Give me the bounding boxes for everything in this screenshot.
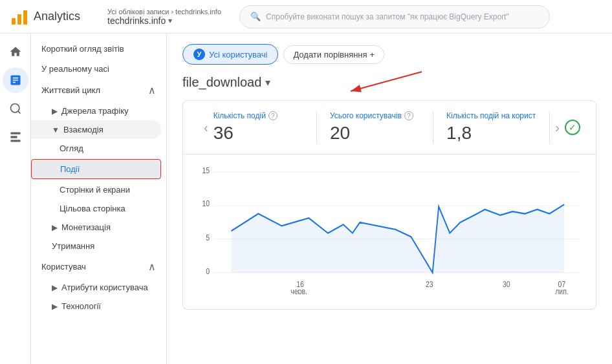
metric-total-users-label: Усього користувачів [330, 111, 402, 120]
svg-text:лип.: лип. [555, 287, 568, 294]
add-comparison-button[interactable]: Додати порівняння + [283, 45, 384, 64]
sidebar-icon-advertising[interactable] [3, 124, 28, 150]
svg-rect-2 [23, 10, 27, 25]
sidebar-item-label: Огляд [60, 144, 83, 153]
breadcrumb-dropdown-icon[interactable]: ▾ [168, 16, 172, 25]
metric-total-users-value: 20 [330, 123, 420, 144]
metric-events-per-user: Кількість подій на корист 1,8 [433, 111, 550, 144]
search-area: 🔍 Спробуйте виконати пошук за запитом "я… [239, 5, 602, 28]
breadcrumb-site[interactable]: techdrinks.info ▾ [107, 16, 221, 26]
metric-settings-button[interactable]: ✓ [565, 120, 580, 135]
app-title: Analytics [34, 10, 80, 23]
sidebar-item-label: Технології [61, 301, 101, 311]
sidebar-section-label: Користувач [41, 262, 86, 272]
logo-area: Analytics [10, 8, 94, 26]
svg-text:0: 0 [206, 267, 210, 275]
sidebar-item-target-page[interactable]: Цільова сторінка [31, 199, 161, 218]
segment-bar: У Усі користувачі Додати порівняння + [182, 44, 596, 65]
breadcrumb: Усі облікові записи › techdrinks.info te… [107, 8, 221, 26]
sidebar-icons [0, 34, 31, 364]
metric-help-icon-2[interactable]: ? [404, 111, 413, 120]
expand-icon: ▶ [52, 223, 58, 232]
expand-icon: ▼ [52, 125, 60, 134]
sidebar-item-overview[interactable]: Огляд [31, 139, 161, 158]
event-selector-area: file_download ▾ [182, 75, 596, 90]
sidebar-item-monetization[interactable]: ▶ Монетизація [31, 218, 161, 237]
metric-help-icon[interactable]: ? [268, 111, 278, 120]
breadcrumb-top: Усі облікові записи › techdrinks.info [107, 8, 221, 16]
sidebar-item-traffic-sources[interactable]: ▶ Джерела трафіку [31, 102, 161, 120]
sidebar-item-label: Події [60, 164, 80, 174]
svg-text:30: 30 [503, 280, 510, 288]
event-dropdown-icon: ▾ [265, 76, 270, 89]
chart-svg: 15 10 5 0 16 черв. 23 30 07 [199, 165, 580, 294]
sidebar-icon-reports[interactable] [3, 67, 28, 93]
metric-total-users: Усього користувачів ? 20 [317, 111, 433, 144]
chevron-up-icon: ∧ [148, 261, 156, 273]
sidebar-item-label: Короткий огляд звітів [41, 44, 124, 54]
sidebar-item-label: Атрибути користувача [61, 283, 148, 292]
search-placeholder-text: Спробуйте виконати пошук за запитом "як … [266, 12, 509, 21]
sidebar-item-events[interactable]: Події [31, 159, 161, 179]
svg-text:23: 23 [426, 280, 433, 288]
sidebar-item-pages-screens[interactable]: Сторінки й екрани [31, 180, 161, 199]
comparison-label: Додати порівняння [293, 50, 367, 59]
expand-icon: ▶ [52, 302, 58, 311]
app-body: Короткий огляд звітів У реальному часі Ж… [0, 34, 612, 364]
sidebar-item-user-attributes[interactable]: ▶ Атрибути користувача [31, 278, 161, 297]
red-arrow-annotation [312, 69, 428, 101]
sidebar-section-lifecycle[interactable]: Життєвий цикл ∧ [31, 79, 166, 102]
chart-area: 15 10 5 0 16 черв. 23 30 07 [182, 155, 596, 310]
segment-user-icon: У [193, 48, 205, 60]
svg-line-4 [351, 72, 422, 91]
metric-event-count-value: 36 [213, 123, 303, 144]
svg-text:15: 15 [202, 167, 210, 175]
metric-events-per-user-value: 1,8 [446, 123, 536, 144]
plus-icon: + [370, 50, 375, 59]
sidebar-section-user[interactable]: Користувач ∧ [31, 255, 166, 278]
expand-icon: ▶ [52, 283, 58, 292]
all-users-segment-button[interactable]: У Усі користувачі [182, 44, 278, 65]
metric-event-count-label: Кількість подій [213, 111, 266, 120]
sidebar-item-label: Монетизація [61, 222, 111, 232]
main-content: У Усі користувачі Додати порівняння + fi… [167, 34, 612, 364]
svg-text:10: 10 [202, 200, 210, 208]
next-metric-arrow[interactable]: › [550, 120, 565, 135]
header: Analytics Усі облікові записи › techdrin… [0, 0, 612, 34]
sidebar-item-label: Утримання [52, 241, 94, 251]
svg-text:черв.: черв. [290, 287, 307, 294]
chevron-up-icon: ∧ [148, 84, 156, 96]
sidebar-item-label: У реальному часі [41, 64, 109, 74]
metric-event-count: Кількість подій ? 36 [213, 111, 317, 144]
svg-text:5: 5 [206, 233, 210, 242]
sidebar-item-technologies[interactable]: ▶ Технології [31, 297, 161, 316]
sidebar-item-realtime[interactable]: У реальному часі [31, 59, 161, 79]
metric-events-per-user-label: Кількість подій на корист [446, 111, 536, 120]
search-icon: 🔍 [250, 12, 261, 21]
search-box[interactable]: 🔍 Спробуйте виконати пошук за запитом "я… [239, 5, 550, 28]
sidebar-icon-home[interactable] [3, 39, 28, 65]
metrics-row: ‹ Кількість подій ? 36 Усього користувач… [182, 100, 596, 155]
event-name: file_download [182, 75, 261, 90]
svg-rect-0 [12, 18, 16, 25]
svg-rect-1 [17, 14, 21, 25]
sidebar-nav: Короткий огляд звітів У реальному часі Ж… [31, 34, 167, 364]
sidebar-item-retention[interactable]: Утримання [31, 237, 161, 255]
sidebar-item-label: Цільова сторінка [60, 204, 126, 213]
sidebar-item-label: Джерела трафіку [61, 106, 129, 116]
sidebar-item-interaction[interactable]: ▼ Взаємодія [31, 120, 161, 139]
sidebar-icon-explore[interactable] [3, 96, 28, 122]
svg-point-3 [10, 104, 19, 112]
sidebar-item-short-overview[interactable]: Короткий огляд звітів [31, 39, 161, 59]
sidebar-section-label: Життєвий цикл [41, 85, 100, 95]
sidebar-item-label: Сторінки й екрани [60, 185, 130, 195]
segment-label: Усі користувачі [209, 50, 267, 59]
expand-icon: ▶ [52, 107, 58, 116]
sidebar-item-label: Взаємодія [63, 125, 104, 134]
analytics-logo-icon [10, 8, 28, 26]
svg-marker-14 [231, 204, 564, 273]
prev-metric-arrow[interactable]: ‹ [199, 120, 213, 135]
